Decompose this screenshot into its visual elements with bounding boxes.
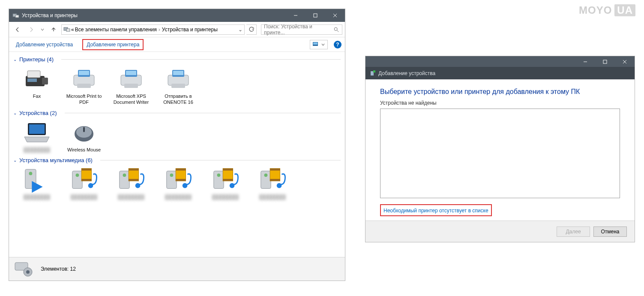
- address-bar[interactable]: « Все элементы панели управления › Устро…: [61, 24, 245, 35]
- device-item-media-server[interactable]: ████████: [60, 164, 108, 203]
- logo-brand: MOYO: [579, 4, 612, 16]
- minimize-button[interactable]: [575, 56, 595, 67]
- device-item-xps-writer[interactable]: Microsoft XPS Document Writer: [108, 63, 155, 108]
- group-header-multimedia[interactable]: ⌄ Устройства мультимедиа (6): [13, 157, 341, 163]
- dialog-titlebar[interactable]: [365, 56, 635, 67]
- device-label: Wireless Mouse: [67, 147, 101, 153]
- media-server-icon: [210, 167, 240, 193]
- group-header-label: Устройства мультимедиа (6): [19, 157, 93, 163]
- titlebar[interactable]: Устройства и принтеры: [9, 9, 345, 22]
- devices-icon: [12, 12, 19, 19]
- dialog-footer: Далее Отмена: [365, 220, 635, 242]
- device-listbox[interactable]: [380, 109, 620, 198]
- dialog-body: Выберите устройство или принтер для доба…: [365, 79, 635, 220]
- refresh-button[interactable]: [246, 24, 257, 35]
- svg-point-47: [135, 183, 141, 188]
- device-item-media-server[interactable]: ████████: [155, 164, 202, 203]
- svg-rect-46: [129, 179, 138, 181]
- device-label: ████████: [165, 194, 192, 200]
- svg-rect-52: [176, 179, 186, 181]
- view-options-dropdown[interactable]: [310, 40, 328, 49]
- group-header-devices[interactable]: ⌄ Устройства (2): [13, 110, 341, 116]
- maximize-button[interactable]: [595, 56, 615, 67]
- chevron-right-icon: ›: [158, 27, 161, 33]
- svg-point-65: [277, 183, 282, 188]
- devices-icon: [63, 26, 70, 33]
- breadcrumb-seg2[interactable]: Устройства и принтеры: [162, 27, 218, 33]
- media-server-icon: [163, 167, 193, 193]
- search-icon: [333, 27, 339, 33]
- items-view: ⌄ Принтеры (4) Fax: [9, 52, 345, 257]
- device-label: ████████: [24, 194, 50, 200]
- svg-rect-26: [173, 71, 183, 75]
- svg-rect-57: [223, 169, 233, 171]
- breadcrumb-seg1[interactable]: Все элементы панели управления: [75, 27, 157, 33]
- svg-rect-29: [29, 124, 45, 134]
- watermark-logo: MOYO UA: [579, 4, 635, 16]
- device-item-fax[interactable]: Fax: [13, 63, 60, 108]
- maximize-button[interactable]: [306, 9, 325, 22]
- svg-point-68: [26, 270, 30, 274]
- dialog-heading: Выберите устройство или принтер для доба…: [380, 88, 620, 96]
- device-label: ████████: [24, 147, 50, 153]
- help-button[interactable]: ?: [334, 41, 341, 48]
- svg-rect-39: [81, 169, 91, 171]
- navigation-bar: « Все элементы панели управления › Устро…: [9, 22, 345, 37]
- add-printer-button[interactable]: Добавление принтера: [82, 39, 144, 50]
- svg-rect-73: [371, 71, 374, 76]
- group-header-label: Устройства (2): [19, 110, 57, 116]
- search-input[interactable]: Поиск: Устройства и принте...: [261, 24, 342, 35]
- device-item-onenote[interactable]: Отправить в ONENOTE 16: [155, 63, 202, 108]
- device-item-media-server[interactable]: ████████: [13, 164, 60, 203]
- mouse-icon: [69, 120, 99, 145]
- chevron-down-icon[interactable]: ⌄: [238, 27, 243, 33]
- printer-not-listed-link[interactable]: Необходимый принтер отсутствует в списке: [383, 208, 488, 214]
- svg-rect-27: [171, 84, 185, 88]
- next-button[interactable]: Далее: [557, 227, 590, 237]
- cancel-button[interactable]: Отмена: [593, 227, 627, 237]
- devices-summary-icon: [13, 260, 35, 278]
- add-device-icon: [370, 70, 376, 76]
- device-label: Microsoft XPS Document Writer: [109, 94, 153, 106]
- add-device-dialog: Добавление устройства Выберите устройств…: [365, 56, 635, 242]
- device-item-print-to-pdf[interactable]: Microsoft Print to PDF: [60, 63, 108, 108]
- device-item-media-server[interactable]: ████████: [202, 164, 249, 203]
- devices-row: ████████ Wireless Mouse: [13, 117, 341, 156]
- device-item-wireless-mouse[interactable]: Wireless Mouse: [60, 117, 108, 156]
- svg-rect-64: [270, 179, 280, 181]
- device-label: ████████: [118, 194, 144, 200]
- devices-not-found-text: Устройства не найдены: [380, 100, 620, 106]
- search-placeholder: Поиск: Устройства и принте...: [264, 24, 333, 36]
- svg-rect-3: [314, 14, 317, 17]
- close-button[interactable]: [325, 9, 345, 22]
- command-toolbar: Добавление устройства Добавление принтер…: [9, 37, 345, 52]
- recent-locations-dropdown[interactable]: [39, 24, 46, 36]
- device-item-laptop[interactable]: ████████: [13, 117, 60, 156]
- device-item-media-server[interactable]: ████████: [108, 164, 155, 203]
- laptop-icon: [22, 120, 52, 145]
- svg-point-59: [230, 183, 235, 188]
- svg-point-34: [29, 172, 33, 175]
- media-server-icon: [22, 167, 52, 193]
- svg-rect-63: [270, 169, 280, 171]
- device-item-media-server[interactable]: ████████: [249, 164, 296, 203]
- media-server-icon: [258, 167, 288, 193]
- add-device-button[interactable]: Добавление устройства: [12, 40, 76, 49]
- minimize-button[interactable]: [286, 9, 306, 22]
- up-button[interactable]: [48, 24, 60, 36]
- device-label: ████████: [71, 194, 97, 200]
- close-button[interactable]: [615, 56, 635, 67]
- group-header-printers[interactable]: ⌄ Принтеры (4): [13, 56, 341, 63]
- multimedia-row: ████████ ████████: [13, 164, 341, 203]
- chevron-down-icon: ⌄: [13, 57, 17, 62]
- forward-button[interactable]: [25, 24, 37, 36]
- svg-rect-13: [27, 71, 40, 78]
- back-button[interactable]: [12, 24, 24, 36]
- printer-icon: [163, 66, 193, 92]
- media-server-icon: [116, 167, 146, 193]
- svg-rect-74: [373, 70, 375, 72]
- device-label: ████████: [212, 194, 239, 200]
- svg-rect-23: [124, 84, 138, 88]
- device-label: Отправить в ONENOTE 16: [156, 94, 200, 106]
- svg-point-41: [88, 183, 93, 188]
